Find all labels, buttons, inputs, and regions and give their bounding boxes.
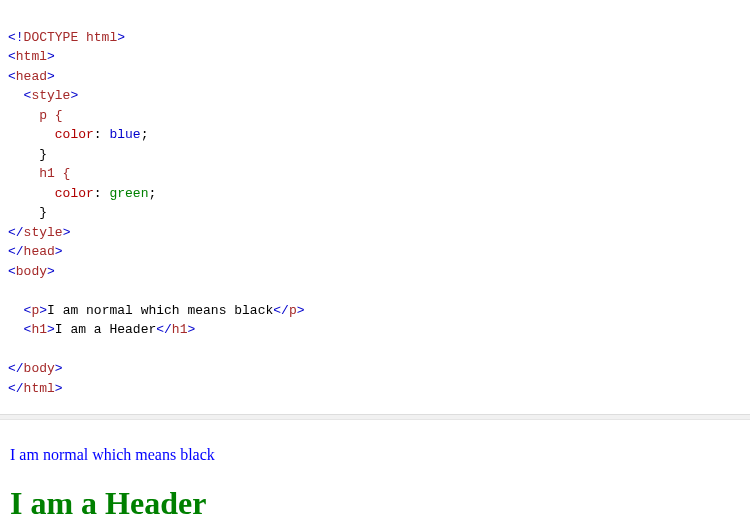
render-output: I am normal which means black I am a Hea… xyxy=(0,420,750,519)
code-line: <body> xyxy=(8,264,55,279)
code-line: color: blue; xyxy=(8,127,148,142)
code-line: <h1>I am a Header</h1> xyxy=(8,322,195,337)
code-line: h1 { xyxy=(8,166,70,181)
rendered-heading: I am a Header xyxy=(10,485,740,519)
code-line: <html> xyxy=(8,49,55,64)
code-line: color: green; xyxy=(8,186,156,201)
code-line: </html> xyxy=(8,381,63,396)
code-editor: <!DOCTYPE html> <html> <head> <style> p … xyxy=(0,0,750,406)
code-line: } xyxy=(8,205,47,220)
code-line: } xyxy=(8,147,47,162)
code-line: <style> xyxy=(8,88,78,103)
rendered-paragraph: I am normal which means black xyxy=(10,446,740,464)
code-line: </body> xyxy=(8,361,63,376)
code-line: <p>I am normal which means black</p> xyxy=(8,303,305,318)
code-line: <head> xyxy=(8,69,55,84)
code-line: p { xyxy=(8,108,63,123)
code-line: <!DOCTYPE html> xyxy=(8,30,125,45)
code-line: </style> xyxy=(8,225,70,240)
code-line: </head> xyxy=(8,244,63,259)
